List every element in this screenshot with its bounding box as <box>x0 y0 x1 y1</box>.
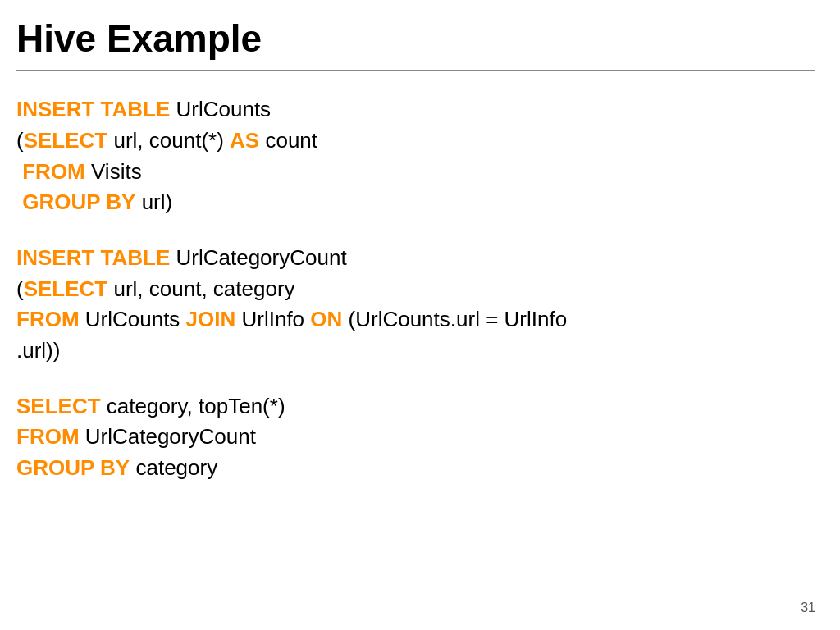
page-container: Hive Example INSERT TABLE UrlCounts (SEL… <box>0 0 840 630</box>
code-line: (SELECT url, count, category <box>16 274 815 305</box>
code-text: UrlCounts <box>80 307 186 331</box>
code-text: ( <box>16 128 24 153</box>
code-text: category <box>130 455 217 480</box>
keyword: INSERT TABLE <box>16 245 170 270</box>
code-text: UrlCategoryCount <box>170 245 346 270</box>
page-number: 31 <box>801 600 815 615</box>
code-block-1: INSERT TABLE UrlCounts (SELECT url, coun… <box>16 94 815 218</box>
code-text: url, count, category <box>107 276 294 301</box>
keyword: AS <box>230 128 259 153</box>
code-text: .url)) <box>16 338 60 363</box>
code-block-2: INSERT TABLE UrlCategoryCount (SELECT ur… <box>16 243 815 367</box>
code-line: SELECT category, topTen(*) <box>16 391 815 422</box>
page-title: Hive Example <box>16 16 815 62</box>
code-text: ( <box>16 276 24 301</box>
keyword: FROM <box>16 424 80 449</box>
code-text: url) <box>135 189 172 214</box>
code-text: count <box>259 128 317 153</box>
code-line: .url)) <box>16 336 815 367</box>
code-text: Visits <box>85 159 142 184</box>
code-line: FROM UrlCounts JOIN UrlInfo ON (UrlCount… <box>16 304 815 336</box>
code-line: (SELECT url, count(*) AS count <box>16 126 815 157</box>
code-block-3: SELECT category, topTen(*) FROM UrlCateg… <box>16 391 815 484</box>
title-divider <box>16 70 815 71</box>
keyword: SELECT <box>24 276 108 301</box>
code-text: UrlCategoryCount <box>80 424 256 449</box>
code-text: UrlCounts <box>170 97 271 121</box>
keyword: INSERT TABLE <box>16 97 170 121</box>
keyword: FROM <box>16 159 85 184</box>
code-line: INSERT TABLE UrlCategoryCount <box>16 243 815 274</box>
keyword: GROUP BY <box>16 189 135 214</box>
code-line: INSERT TABLE UrlCounts <box>16 94 815 126</box>
code-text: category, topTen(*) <box>101 394 285 418</box>
keyword: SELECT <box>16 394 101 418</box>
keyword: SELECT <box>24 128 108 153</box>
keyword: FROM <box>16 307 80 331</box>
code-line: FROM Visits <box>16 157 815 188</box>
keyword: ON <box>310 307 342 331</box>
keyword: GROUP BY <box>16 455 130 480</box>
code-line: GROUP BY url) <box>16 187 815 218</box>
code-text: UrlInfo <box>235 307 310 331</box>
code-line: FROM UrlCategoryCount <box>16 422 815 453</box>
code-text: url, count(*) <box>107 128 230 153</box>
keyword: JOIN <box>186 307 236 331</box>
code-text: (UrlCounts.url = UrlInfo <box>342 307 567 331</box>
code-line: GROUP BY category <box>16 453 815 484</box>
